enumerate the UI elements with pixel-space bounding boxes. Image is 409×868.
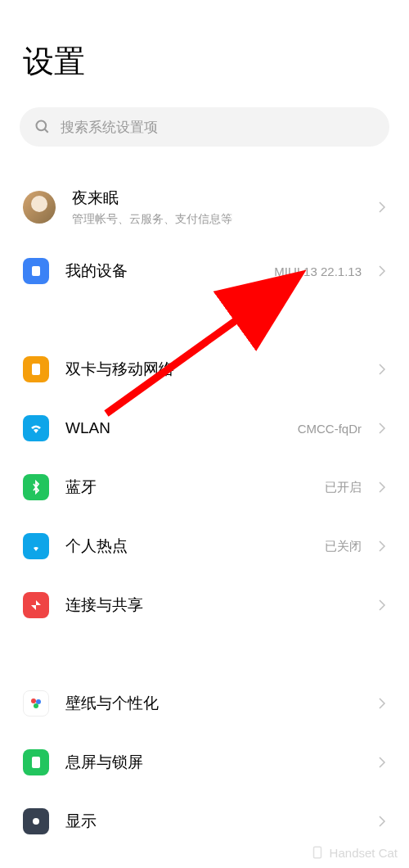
page-title: 设置 xyxy=(0,0,409,99)
bluetooth-icon xyxy=(23,474,49,500)
item-value: CMCC-fqDr xyxy=(298,422,362,436)
wlan-item[interactable]: WLAN CMCC-fqDr xyxy=(0,399,409,458)
chevron-right-icon xyxy=(378,599,386,612)
hotspot-icon xyxy=(23,533,49,559)
account-name: 夜来眠 xyxy=(72,188,362,209)
my-device-item[interactable]: 我的设备 MIUI 13 22.1.13 xyxy=(0,242,409,301)
wifi-icon xyxy=(23,415,49,441)
chevron-right-icon xyxy=(378,697,386,710)
search-box[interactable]: 搜索系统设置项 xyxy=(20,107,389,147)
chevron-right-icon xyxy=(378,481,386,494)
hotspot-item[interactable]: 个人热点 已关闭 xyxy=(0,517,409,576)
wallpaper-icon xyxy=(23,690,49,717)
bluetooth-item[interactable]: 蓝牙 已开启 xyxy=(0,458,409,517)
chevron-right-icon xyxy=(378,422,386,435)
svg-point-8 xyxy=(33,818,39,825)
item-label: 双卡与移动网络 xyxy=(65,359,362,380)
svg-line-1 xyxy=(45,129,48,133)
item-label: 连接与共享 xyxy=(65,594,362,616)
item-value: MIUI 13 22.1.13 xyxy=(274,264,362,278)
item-label: 显示 xyxy=(65,811,362,832)
svg-rect-2 xyxy=(32,266,40,276)
chevron-right-icon xyxy=(378,201,386,214)
svg-point-5 xyxy=(36,699,41,704)
item-value: 已开启 xyxy=(325,480,362,495)
search-icon xyxy=(34,119,51,135)
chevron-right-icon xyxy=(378,756,386,769)
svg-point-0 xyxy=(37,121,47,131)
account-item[interactable]: 夜来眠 管理帐号、云服务、支付信息等 xyxy=(0,173,409,242)
share-icon xyxy=(23,592,49,618)
svg-point-4 xyxy=(31,698,36,703)
chevron-right-icon xyxy=(378,264,386,278)
item-value: 已关闭 xyxy=(325,539,362,554)
avatar xyxy=(23,191,56,224)
wallpaper-item[interactable]: 壁纸与个性化 xyxy=(0,674,409,733)
search-placeholder: 搜索系统设置项 xyxy=(61,118,158,137)
svg-rect-7 xyxy=(32,757,40,768)
item-label: 息屏与锁屏 xyxy=(65,752,362,773)
item-label: 我的设备 xyxy=(65,260,258,282)
display-item[interactable]: 显示 xyxy=(0,792,409,851)
svg-rect-11 xyxy=(313,847,321,858)
svg-rect-3 xyxy=(32,364,40,375)
sim-icon xyxy=(23,356,49,382)
chevron-right-icon xyxy=(378,540,386,553)
item-label: WLAN xyxy=(65,419,281,437)
display-icon xyxy=(23,808,49,834)
lockscreen-item[interactable]: 息屏与锁屏 xyxy=(0,733,409,792)
lockscreen-icon xyxy=(23,749,49,775)
device-icon xyxy=(23,258,49,284)
chevron-right-icon xyxy=(378,363,386,376)
item-label: 蓝牙 xyxy=(65,477,308,498)
item-label: 个人热点 xyxy=(65,536,308,557)
share-item[interactable]: 连接与共享 xyxy=(0,576,409,635)
item-label: 壁纸与个性化 xyxy=(65,693,362,714)
account-subtitle: 管理帐号、云服务、支付信息等 xyxy=(72,212,362,227)
chevron-right-icon xyxy=(378,815,386,828)
sim-item[interactable]: 双卡与移动网络 xyxy=(0,340,409,399)
svg-point-6 xyxy=(34,703,38,708)
watermark: Handset Cat xyxy=(310,845,398,860)
